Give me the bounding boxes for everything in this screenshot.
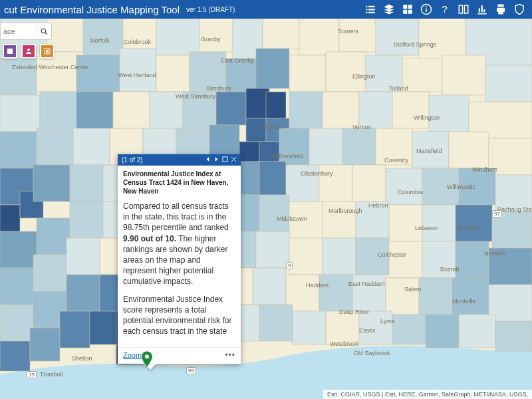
svg-rect-27: [326, 52, 366, 92]
svg-rect-82: [495, 175, 532, 211]
svg-rect-117: [66, 275, 100, 311]
app-header: cut Environmental Justice Mapping Tool v…: [0, 0, 532, 19]
svg-rect-63: [449, 132, 489, 168]
swipe-icon[interactable]: [458, 3, 469, 15]
svg-rect-94: [356, 201, 389, 238]
svg-rect-76: [286, 165, 319, 201]
print-icon[interactable]: [495, 3, 507, 15]
svg-rect-99: [0, 268, 33, 305]
svg-rect-145: [359, 311, 392, 344]
svg-rect-80: [422, 168, 459, 205]
search-container: [0, 23, 52, 40]
svg-rect-149: [495, 321, 532, 351]
map-marker[interactable]: [141, 351, 153, 370]
svg-rect-62: [412, 132, 449, 168]
svg-rect-18: [0, 59, 37, 95]
svg-rect-132: [30, 328, 60, 361]
legend-icon[interactable]: [364, 3, 376, 15]
svg-rect-28: [366, 55, 402, 92]
tool-btn-1[interactable]: [3, 44, 17, 59]
layers-icon[interactable]: [383, 3, 395, 15]
map-attribution: Esri, CGIAR, USGS | Esri, HERE, Garmin, …: [323, 390, 532, 399]
svg-point-150: [41, 29, 45, 33]
chart-icon[interactable]: [476, 3, 488, 15]
svg-rect-83: [0, 231, 37, 268]
search-input[interactable]: [1, 27, 37, 35]
app-title: cut Environmental Justice Mapping Tool: [4, 4, 180, 15]
search-icon: [40, 27, 49, 36]
svg-rect-37: [183, 92, 216, 128]
svg-rect-81: [459, 168, 495, 205]
svg-rect-14: [339, 19, 376, 52]
tool-btn-3[interactable]: [40, 44, 55, 59]
svg-rect-36: [150, 92, 183, 128]
svg-rect-38: [216, 92, 246, 125]
svg-rect-24: [226, 59, 256, 92]
svg-rect-148: [459, 315, 495, 348]
svg-rect-123: [253, 268, 286, 305]
popup-more-icon[interactable]: •••: [225, 350, 235, 360]
svg-rect-43: [289, 92, 323, 128]
svg-rect-126: [352, 275, 386, 311]
svg-rect-7: [83, 19, 123, 55]
svg-rect-31: [485, 65, 532, 102]
svg-rect-12: [263, 19, 299, 49]
svg-rect-10: [200, 19, 233, 52]
svg-rect-133: [60, 311, 90, 348]
app-version: ver 1.5 (DRAFT): [186, 6, 235, 13]
svg-rect-34: [76, 92, 113, 128]
svg-rect-93: [323, 201, 356, 238]
help-icon[interactable]: ?: [439, 3, 451, 15]
svg-rect-101: [66, 238, 100, 275]
svg-rect-59: [309, 128, 342, 165]
svg-rect-96: [422, 205, 456, 241]
svg-rect-57: [259, 142, 279, 162]
svg-rect-3: [465, 5, 468, 13]
svg-rect-25: [256, 49, 289, 88]
popup-maximize-icon[interactable]: [222, 156, 228, 164]
svg-rect-142: [259, 305, 293, 341]
tool-btn-2[interactable]: [21, 44, 36, 59]
svg-rect-153: [223, 157, 227, 162]
svg-rect-115: [0, 305, 33, 341]
popup-prev-icon[interactable]: [205, 156, 211, 164]
svg-rect-129: [452, 278, 489, 315]
svg-text:?: ?: [442, 3, 448, 15]
grid-icon[interactable]: [402, 3, 414, 15]
svg-rect-128: [419, 278, 452, 315]
svg-rect-100: [33, 255, 66, 291]
svg-rect-2: [459, 5, 462, 13]
svg-rect-22: [156, 55, 190, 92]
info-icon[interactable]: [420, 3, 432, 15]
svg-point-154: [145, 354, 149, 358]
svg-rect-33: [40, 92, 76, 128]
svg-point-152: [27, 49, 30, 51]
svg-rect-21: [120, 49, 156, 92]
svg-rect-146: [392, 315, 426, 344]
svg-rect-13: [299, 19, 339, 55]
svg-rect-9: [156, 19, 200, 55]
search-button[interactable]: [37, 23, 51, 39]
popup-close-icon[interactable]: [231, 156, 237, 164]
shield-icon[interactable]: [513, 3, 525, 15]
svg-rect-15: [376, 19, 419, 55]
svg-rect-144: [326, 311, 359, 344]
svg-rect-112: [422, 241, 456, 278]
popup-title: Environmental Justice Index at Census Tr…: [118, 166, 241, 198]
svg-rect-85: [70, 201, 103, 238]
map-canvas[interactable]: [0, 19, 532, 399]
svg-rect-127: [386, 278, 419, 315]
svg-rect-26: [289, 55, 326, 92]
popup-next-icon[interactable]: [213, 156, 219, 164]
svg-rect-20: [76, 55, 120, 92]
feature-popup: (1 of 2) Environmental Justice Index at …: [118, 154, 241, 364]
svg-rect-32: [0, 95, 40, 132]
popup-footer: Zoom to •••: [118, 347, 241, 364]
svg-rect-49: [0, 132, 37, 168]
svg-rect-111: [389, 241, 422, 278]
svg-rect-68: [33, 165, 70, 201]
header-toolbar: ?: [364, 3, 528, 15]
svg-rect-107: [256, 231, 289, 268]
svg-rect-35: [113, 92, 150, 128]
svg-rect-95: [389, 205, 422, 241]
